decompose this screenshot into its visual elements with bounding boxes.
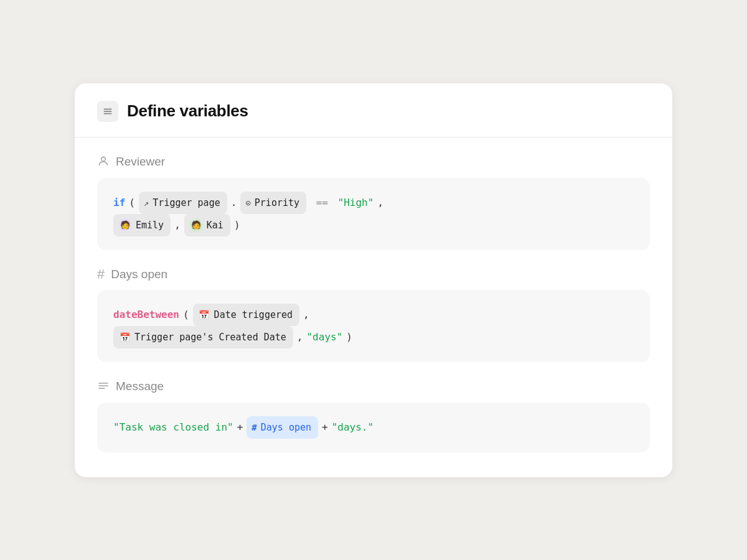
priority-pill[interactable]: ⊙ Priority — [240, 192, 306, 214]
reviewer-line-2: 🧑 Emily , 🧑 Kai ) — [113, 214, 634, 236]
message-line-1: "Task was closed in" + # Days open + "da… — [113, 416, 634, 439]
equals-operator: == — [310, 193, 334, 213]
person-icon — [97, 155, 110, 169]
dropdown-icon: ⊙ — [245, 194, 250, 212]
define-variables-card: Define variables Reviewer if ( ↗ Trigger… — [75, 83, 672, 477]
message-code-block: "Task was closed in" + # Days open + "da… — [97, 403, 650, 452]
task-closed-string: "Task was closed in" — [113, 418, 233, 437]
high-string: "High" — [338, 193, 374, 213]
message-section: Message "Task was closed in" + # Days op… — [75, 362, 672, 452]
message-label: Message — [97, 380, 650, 394]
if-keyword: if — [113, 193, 125, 213]
lines-icon — [97, 380, 110, 394]
svg-point-3 — [101, 157, 106, 161]
created-date-pill[interactable]: 📅 Trigger page's Created Date — [113, 326, 293, 348]
trigger-page-pill[interactable]: ↗ Trigger page — [139, 192, 227, 214]
days-string: "days" — [306, 327, 342, 347]
emily-pill[interactable]: 🧑 Emily — [113, 214, 171, 236]
hash-icon: # — [97, 268, 105, 281]
reviewer-line-1: if ( ↗ Trigger page . ⊙ Priority == "Hig… — [113, 192, 634, 214]
calendar-icon-2: 📅 — [118, 331, 131, 343]
reviewer-code-block: if ( ↗ Trigger page . ⊙ Priority == "Hig… — [97, 178, 650, 250]
message-label-text: Message — [116, 380, 164, 393]
card-title: Define variables — [127, 101, 248, 121]
hamburger-icon[interactable] — [97, 101, 118, 122]
days-period-string: "days." — [332, 418, 374, 437]
kai-avatar: 🧑 — [189, 218, 203, 232]
kai-pill[interactable]: 🧑 Kai — [184, 214, 230, 236]
days-open-line-2: 📅 Trigger page's Created Date , "days" ) — [113, 326, 634, 348]
days-open-code-block: dateBetween ( 📅 Date triggered , 📅 Trigg… — [97, 290, 650, 362]
emily-avatar: 🧑 — [118, 218, 132, 232]
reviewer-label-text: Reviewer — [116, 155, 165, 169]
days-open-label: # Days open — [97, 268, 650, 281]
hash-icon-pill: # — [251, 419, 256, 436]
calendar-icon: 📅 — [198, 309, 210, 321]
datebetween-keyword: dateBetween — [113, 305, 179, 325]
arrow-icon: ↗ — [144, 194, 149, 212]
date-triggered-pill[interactable]: 📅 Date triggered — [193, 304, 299, 326]
card-header: Define variables — [75, 83, 672, 138]
days-open-variable-pill[interactable]: # Days open — [247, 416, 318, 439]
reviewer-label: Reviewer — [97, 155, 650, 169]
days-open-section: # Days open dateBetween ( 📅 Date trigger… — [75, 250, 672, 362]
days-open-line-1: dateBetween ( 📅 Date triggered , — [113, 304, 634, 326]
reviewer-section: Reviewer if ( ↗ Trigger page . ⊙ Priorit… — [75, 138, 672, 250]
days-open-label-text: Days open — [111, 268, 167, 281]
